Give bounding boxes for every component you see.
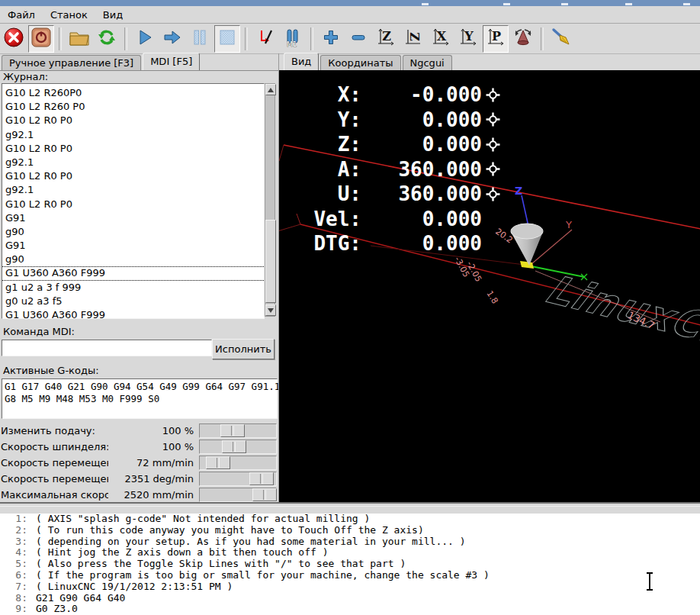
slider-thumb[interactable] [222,440,246,453]
pause-icon [191,28,209,49]
gcode-line[interactable]: 7:( LinuxCNC 19/1/2012 2:13:51 PM ) [0,581,700,593]
dro-axis-label: DTG: [310,232,361,255]
history-line[interactable]: g90 [2,225,264,239]
slider-label: Максимальная скорость: [0,489,108,501]
history-line[interactable]: G91 [2,211,264,225]
tab-координаты[interactable]: Координаты [320,55,400,70]
view-perspective-button[interactable]: P [483,25,509,53]
history-line[interactable]: G10 L2 R260 P0 [2,100,264,114]
machine-power-button[interactable] [28,25,54,53]
text-cursor [644,571,655,592]
stop-button[interactable] [214,25,240,53]
slider-thumb[interactable] [206,456,230,469]
slider-groove[interactable] [199,488,277,502]
history-line[interactable]: G10 L2 R0 P0 [2,142,264,156]
mdi-command-input[interactable] [2,340,212,356]
history-line[interactable]: G10 L2 R0 P0 [2,198,264,211]
gcode-line[interactable]: 4:( Hint jog the Z axis down a bit then … [0,547,700,559]
gcode-line[interactable]: 1:( AXIS "splash g-code" Not intended fo… [0,514,700,525]
pause-button[interactable] [187,25,213,53]
preview-3d-canvas[interactable]: Z Y LinuxCNC 20.2 -3.05 -2.05 1.8 134.7 … [279,70,700,502]
dro-axis-value: 0.000 [361,232,482,255]
gcode-line[interactable]: 6:( If the program is too big or small f… [0,570,700,581]
gcode-program-listing[interactable]: 1:( AXIS "splash g-code" Not intended fo… [0,514,700,615]
scroll-down-arrow[interactable] [265,304,276,316]
view-front-button[interactable]: Y [455,25,481,53]
view-side-button[interactable]: X [428,25,454,53]
menu-item-файл[interactable]: Файл [0,8,43,22]
history-line[interactable]: g90 [2,253,264,266]
dro-row: DTG:0.000 [310,231,501,256]
history-line[interactable]: g92.1 [2,183,264,197]
execute-button[interactable]: Исполнить [212,339,275,359]
step-button[interactable] [159,25,185,53]
menu-item-станок[interactable]: Станок [43,8,95,22]
slider-value: 2351 deg/min [108,473,199,485]
tab-mdi-f5-[interactable]: MDI [F5] [143,53,200,70]
scroll-up-arrow[interactable] [265,84,276,95]
zoom-in-button[interactable] [318,25,344,53]
slider-thumb[interactable] [220,424,245,437]
dro-axis-value: 360.000 [361,158,482,181]
slider-groove[interactable] [199,456,277,470]
scrollbar-thumb[interactable] [265,220,276,303]
homed-icon [484,87,501,102]
slider-groove[interactable] [199,440,277,454]
dro-row: U:360.000 [310,182,501,207]
clear-plot-button[interactable] [548,25,574,53]
window-titlebar[interactable] [0,0,700,6]
view-top-icon: Z [376,27,396,50]
machine-power-icon [31,27,51,50]
gcode-line[interactable]: 8:G21 G90 G64 G40 [0,593,700,604]
history-line[interactable]: G1 U360 A360 F999 [2,266,264,280]
slider-thumb[interactable] [249,472,274,485]
view-top-button[interactable]: Z [373,25,399,53]
view-front-icon: Y [458,27,478,50]
toolbar: M1 Z Z X Y P [0,24,700,54]
toolbar-separator [245,27,248,50]
dro-axis-value: 0.000 [361,208,482,230]
run-button[interactable] [132,25,158,53]
slider-value: 100 % [108,441,199,452]
open-file-button[interactable] [66,25,92,53]
tool-cone-top [511,224,543,239]
toggle-skip-lines-button[interactable] [252,25,278,53]
mdi-history-listbox[interactable]: G10 L2 R260P0G10 L2 R260 P0G10 L2 R0 P0g… [2,83,265,319]
slider-thumb[interactable] [252,488,277,501]
estop-button[interactable] [1,25,27,53]
optional-stop-button[interactable]: M1 [280,25,306,53]
history-line[interactable]: G10 L2 R260P0 [2,86,264,100]
open-file-icon [69,28,90,49]
history-line[interactable]: G1 U360 A360 F999 [2,308,264,319]
view-top-rotated-icon: Z [403,27,423,50]
slider-groove[interactable] [199,423,277,438]
history-line[interactable]: G91 [2,239,264,253]
history-line[interactable]: g92.1 [2,128,264,142]
rotate-view-button[interactable] [510,25,536,53]
svg-text:Y: Y [464,29,474,43]
gcode-line[interactable]: 9:G0 Z3.0 [0,604,700,615]
history-line[interactable]: g92.1 [2,156,264,169]
history-line[interactable]: G10 L2 R0 P0 [2,169,264,183]
tab-ngcgui[interactable]: Ngcgui [403,55,452,70]
gcode-line-text: ( Hint jog the Z axis down a bit then to… [36,547,329,559]
right-tab-bar: ВидКоординатыNgcgui [284,53,454,70]
history-scrollbar[interactable] [265,83,275,317]
tab-вид[interactable]: Вид [284,53,319,70]
tab-ручное-управление-f3-[interactable]: Ручное управление [F3] [2,55,141,70]
reload-button[interactable] [94,25,120,53]
gcode-line[interactable]: 3:( depending on your setup. As if you h… [0,536,700,548]
view-top-rotated-button[interactable]: Z [400,25,426,53]
slider-row: Скорость перемещений2351 deg/min [0,471,278,487]
slider-groove[interactable] [199,472,277,486]
left-panel: Ручное управление [F3]MDI [F5] Журнал: G… [0,53,278,502]
zoom-out-button[interactable] [345,25,371,53]
mdi-tab-content: Журнал: G10 L2 R260P0G10 L2 R260 P0G10 L… [0,70,278,503]
history-line[interactable]: g0 u2 a3 f5 [2,295,264,308]
gcode-line[interactable]: 5:( Also press the Toggle Skip Lines wit… [0,559,700,570]
history-line[interactable]: G10 L2 R0 P0 [2,114,264,127]
history-line[interactable]: g1 u2 a 3 f 999 [2,281,264,295]
gcode-line[interactable]: 2:( To run this code anyway you might ha… [0,525,700,536]
menu-item-вид[interactable]: Вид [95,8,130,22]
toolbar-separator [541,27,544,50]
